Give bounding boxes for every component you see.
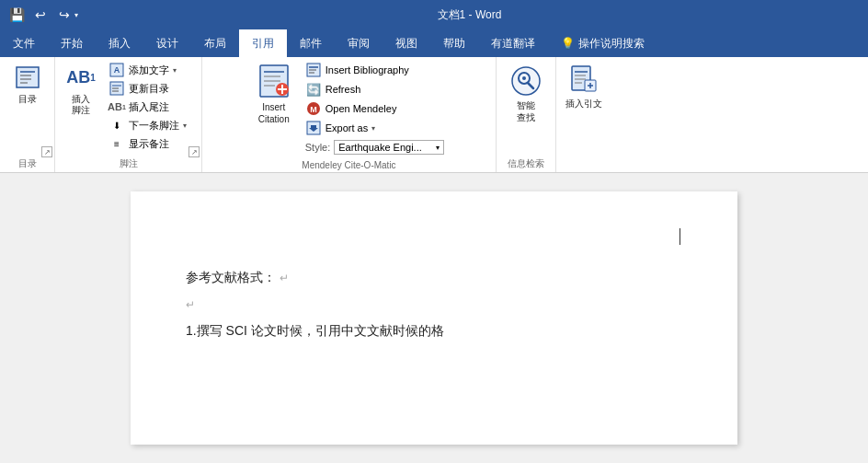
insert-ref-label: 插入引文 bbox=[565, 98, 602, 110]
update-toc-svg bbox=[109, 81, 124, 96]
insert-ref-icon bbox=[567, 63, 600, 96]
menu-view[interactable]: 视图 bbox=[383, 29, 430, 57]
title-bar-icons: 💾 ↩ ↪ ▾ bbox=[7, 6, 78, 24]
search-menu-icon: 💡 bbox=[561, 37, 575, 50]
doc-section-title: 参考文献格式： ↵ bbox=[186, 266, 682, 289]
document-page[interactable]: 参考文献格式： ↵ ↵ 1.撰写 SCI 论文时候，引用中文文献时候的格 bbox=[131, 191, 737, 445]
svg-rect-0 bbox=[17, 67, 39, 87]
menu-mailings[interactable]: 邮件 bbox=[287, 29, 335, 57]
info-search-label: 智能查找 bbox=[517, 99, 535, 123]
export-as-arrow[interactable]: ▾ bbox=[371, 124, 381, 133]
update-toc-btn[interactable]: 更新目录 bbox=[105, 79, 196, 98]
update-toc-icon bbox=[108, 80, 125, 97]
insert-ref-svg bbox=[568, 64, 600, 95]
menu-help[interactable]: 帮助 bbox=[430, 29, 478, 57]
footnote-group-expand[interactable]: ↗ bbox=[188, 146, 200, 157]
style-row: Style: Earthquake Engi... ▾ bbox=[302, 138, 449, 156]
cursor bbox=[680, 228, 680, 245]
save-icon[interactable]: 💾 bbox=[7, 6, 26, 24]
insert-ref-btn[interactable]: 插入引文 bbox=[562, 61, 606, 111]
info-search-group-label: 信息检索 bbox=[508, 156, 544, 170]
paragraph1-text: 1.撰写 SCI 论文时候，引用中文文献时候的格 bbox=[186, 323, 444, 338]
undo-icon[interactable]: ↩ bbox=[31, 6, 50, 24]
export-as-icon bbox=[305, 120, 322, 136]
open-mendeley-btn[interactable]: M Open Mendeley bbox=[302, 99, 449, 118]
svg-point-27 bbox=[512, 67, 540, 95]
insert-citation-label: InsertCitation bbox=[258, 101, 290, 125]
menu-references[interactable]: 引用 bbox=[239, 29, 287, 57]
footnote-icon: AB 1 bbox=[66, 63, 96, 92]
toc-button[interactable]: 目录 bbox=[9, 61, 46, 107]
toc-svg bbox=[15, 64, 40, 90]
menu-start[interactable]: 开始 bbox=[48, 29, 96, 57]
insert-bibliography-btn[interactable]: Insert Bibliography bbox=[302, 61, 449, 79]
export-as-label: Export as bbox=[326, 122, 368, 133]
show-notes-label: 显示备注 bbox=[129, 137, 169, 151]
add-text-label: 添加文字 bbox=[129, 64, 169, 77]
add-text-icon: A bbox=[108, 62, 125, 78]
enter-mark-1: ↵ bbox=[280, 272, 289, 284]
insert-footnote-label: 插入脚注 bbox=[72, 94, 90, 116]
insert-citation-svg bbox=[257, 64, 291, 98]
add-text-svg: A bbox=[109, 63, 124, 77]
title-bar: 💾 ↩ ↪ ▾ 文档1 - Word bbox=[0, 0, 868, 29]
footnote-stack: A 添加文字 ▾ bbox=[105, 61, 196, 153]
menu-bar: 文件 开始 插入 设计 布局 引用 邮件 审阅 视图 帮助 有道翻译 💡 操作说… bbox=[0, 29, 868, 57]
doc-enter: ↵ bbox=[186, 293, 682, 316]
refresh-btn[interactable]: 🔄 Refresh bbox=[302, 80, 449, 98]
redo-icon[interactable]: ↪ bbox=[55, 6, 74, 24]
style-dropdown-arrow: ▾ bbox=[436, 144, 440, 152]
toc-buttons: 目录 bbox=[9, 61, 46, 156]
svg-text:A: A bbox=[114, 65, 120, 75]
mendeley-svg: M bbox=[306, 101, 321, 116]
document-area: 参考文献格式： ↵ ↵ 1.撰写 SCI 论文时候，引用中文文献时候的格 bbox=[0, 173, 868, 463]
ribbon: 目录 目录 ↗ AB 1 插入脚注 bbox=[0, 57, 868, 173]
update-toc-label: 更新目录 bbox=[129, 82, 169, 96]
footnote-content: AB 1 插入脚注 A 添加文字 bbox=[61, 61, 196, 156]
insert-endnote-label: 插入尾注 bbox=[129, 100, 169, 114]
insert-citation-icon bbox=[256, 63, 292, 99]
toc-group-label: 目录 bbox=[18, 156, 37, 170]
show-notes-icon: ≡ bbox=[108, 135, 125, 152]
info-search-svg bbox=[510, 65, 542, 97]
info-search-icon bbox=[509, 64, 542, 98]
insert-bibliography-label: Insert Bibliography bbox=[326, 64, 409, 75]
ribbon-group-insertref: 插入引文 bbox=[556, 57, 611, 172]
menu-file[interactable]: 文件 bbox=[0, 29, 48, 57]
toc-label: 目录 bbox=[18, 94, 37, 105]
next-footnote-arrow[interactable]: ▾ bbox=[183, 122, 192, 130]
open-mendeley-icon: M bbox=[305, 100, 322, 117]
export-svg bbox=[306, 121, 321, 135]
next-footnote-label: 下一条脚注 bbox=[129, 119, 179, 133]
menu-insert[interactable]: 插入 bbox=[96, 29, 143, 57]
show-notes-btn[interactable]: ≡ 显示备注 bbox=[105, 134, 196, 153]
export-as-btn[interactable]: Export as ▾ bbox=[302, 119, 449, 137]
menu-search[interactable]: 💡 操作说明搜索 bbox=[548, 29, 657, 57]
info-search-btn[interactable]: 智能查找 bbox=[502, 61, 550, 127]
toc-icon bbox=[13, 63, 42, 92]
insert-footnote-btn[interactable]: AB 1 插入脚注 bbox=[61, 61, 101, 118]
menu-layout[interactable]: 布局 bbox=[191, 29, 239, 57]
mendeley-group-label: Mendeley Cite-O-Matic bbox=[302, 158, 395, 170]
ribbon-group-footnote: AB 1 插入脚注 A 添加文字 bbox=[55, 57, 202, 172]
menu-youdao[interactable]: 有道翻译 bbox=[478, 29, 548, 57]
toc-group-expand[interactable]: ↗ bbox=[41, 146, 52, 157]
insert-endnote-btn[interactable]: AB1 插入尾注 bbox=[105, 98, 196, 116]
insert-endnote-icon: AB1 bbox=[108, 98, 125, 115]
refresh-label: Refresh bbox=[326, 84, 361, 95]
ribbon-group-infosearch: 智能查找 信息检索 bbox=[497, 57, 556, 172]
mendeley-content: InsertCitation Insert Bib bbox=[250, 61, 449, 158]
footnote-group-label: 脚注 bbox=[120, 156, 138, 170]
svg-text:M: M bbox=[310, 105, 317, 114]
insert-citation-btn[interactable]: InsertCitation bbox=[250, 61, 298, 127]
doc-paragraph1: 1.撰写 SCI 论文时候，引用中文文献时候的格 bbox=[186, 319, 682, 342]
menu-review[interactable]: 审阅 bbox=[335, 29, 383, 57]
style-dropdown[interactable]: Earthquake Engi... ▾ bbox=[334, 140, 444, 155]
enter-mark-2: ↵ bbox=[186, 298, 195, 311]
next-footnote-icon: ⬇ bbox=[108, 117, 125, 133]
refresh-icon: 🔄 bbox=[305, 81, 322, 98]
add-text-arrow[interactable]: ▾ bbox=[173, 66, 182, 75]
next-footnote-btn[interactable]: ⬇ 下一条脚注 ▾ bbox=[105, 116, 196, 134]
menu-design[interactable]: 设计 bbox=[143, 29, 191, 57]
add-text-btn[interactable]: A 添加文字 ▾ bbox=[105, 61, 196, 79]
